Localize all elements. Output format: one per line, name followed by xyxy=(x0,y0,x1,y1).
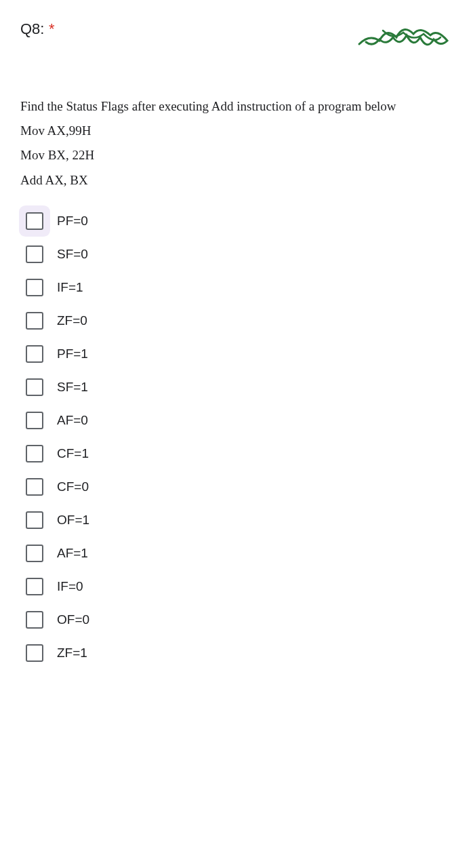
options-list: PF=0SF=0IF=1ZF=0PF=1SF=1AF=0CF=1CF=0OF=1… xyxy=(20,212,451,662)
option-item: OF=1 xyxy=(26,511,451,529)
option-item: AF=0 xyxy=(26,412,451,429)
option-item: IF=1 xyxy=(26,279,451,296)
checkbox[interactable] xyxy=(26,578,43,595)
option-label: OF=1 xyxy=(57,513,89,528)
option-label: PF=1 xyxy=(57,347,88,361)
checkbox[interactable] xyxy=(26,445,43,462)
option-label: ZF=1 xyxy=(57,646,87,660)
option-label: IF=1 xyxy=(57,280,83,295)
question-number: Q8: xyxy=(20,20,44,37)
prompt-line: Mov AX,99H xyxy=(20,119,451,142)
option-label: SF=1 xyxy=(57,380,88,395)
option-label: ZF=0 xyxy=(57,313,87,328)
option-item: CF=1 xyxy=(26,445,451,462)
option-label: AF=1 xyxy=(57,546,88,561)
prompt-line: Add AX, BX xyxy=(20,169,451,192)
option-item: AF=1 xyxy=(26,545,451,562)
checkbox[interactable] xyxy=(26,312,43,330)
prompt-line: Find the Status Flags after executing Ad… xyxy=(20,95,451,118)
prompt-line: Mov BX, 22H xyxy=(20,144,451,167)
option-item: CF=0 xyxy=(26,478,451,496)
option-label: CF=0 xyxy=(57,479,89,494)
checkbox[interactable] xyxy=(26,511,43,529)
checkbox[interactable] xyxy=(26,245,43,263)
checkbox[interactable] xyxy=(26,212,43,230)
option-label: OF=0 xyxy=(57,612,89,627)
checkbox[interactable] xyxy=(26,644,43,662)
question-header: Q8: * xyxy=(20,20,451,61)
option-item: ZF=1 xyxy=(26,644,451,662)
option-item: PF=1 xyxy=(26,345,451,363)
option-item: OF=0 xyxy=(26,611,451,629)
question-number-container: Q8: * xyxy=(20,20,54,38)
option-item: PF=0 xyxy=(26,212,451,230)
checkbox[interactable] xyxy=(26,412,43,429)
option-label: PF=0 xyxy=(57,214,88,229)
checkbox[interactable] xyxy=(26,478,43,496)
checkbox[interactable] xyxy=(26,378,43,396)
option-label: IF=0 xyxy=(57,579,83,594)
required-indicator: * xyxy=(49,20,55,37)
checkbox[interactable] xyxy=(26,545,43,562)
checkbox[interactable] xyxy=(26,611,43,629)
question-prompt: Find the Status Flags after executing Ad… xyxy=(20,95,451,192)
option-item: SF=0 xyxy=(26,245,451,263)
checkbox[interactable] xyxy=(26,279,43,296)
option-label: AF=0 xyxy=(57,413,88,428)
checkbox[interactable] xyxy=(26,345,43,363)
signature-scribble xyxy=(356,20,451,61)
option-label: SF=0 xyxy=(57,247,88,262)
option-item: IF=0 xyxy=(26,578,451,595)
option-label: CF=1 xyxy=(57,446,89,461)
option-item: SF=1 xyxy=(26,378,451,396)
option-item: ZF=0 xyxy=(26,312,451,330)
